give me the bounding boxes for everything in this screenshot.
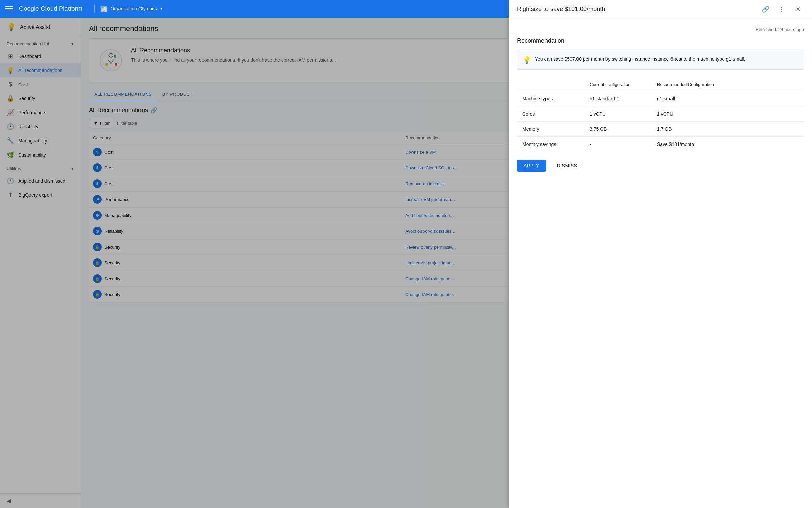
detail-header-actions: 🔗 ⋮ ✕ [759, 3, 804, 15]
refreshed-label: Refreshed: 24 hours ago [517, 27, 804, 32]
menu-icon[interactable] [5, 5, 13, 13]
detail-more-button[interactable]: ⋮ [776, 3, 788, 15]
col-current-config: Current configuration [584, 78, 652, 91]
config-recommended: Save $101/month [652, 137, 804, 152]
col-empty [517, 78, 584, 91]
config-row: Cores 1 vCPU 1 vCPU [517, 106, 804, 122]
detail-section-title: Recommendation [517, 37, 804, 44]
config-recommended: 1 vCPU [652, 106, 804, 122]
info-bulb-icon: 💡 [523, 56, 531, 64]
config-current: - [584, 137, 652, 152]
config-label: Cores [517, 106, 584, 122]
detail-panel: Rightsize to save $101.00/month 🔗 ⋮ ✕ Re… [509, 0, 812, 508]
detail-close-button[interactable]: ✕ [792, 3, 804, 15]
close-icon: ✕ [795, 6, 801, 13]
action-buttons: APPLY DISMISS [517, 160, 804, 172]
config-recommended: g1-small [652, 91, 804, 106]
config-label: Machine types [517, 91, 584, 106]
config-table: Current configuration Recommended Config… [517, 78, 804, 152]
org-selector[interactable]: 🏢 Organization Olympus ▾ [100, 5, 162, 12]
config-current: n1-standard-1 [584, 91, 652, 106]
config-label: Memory [517, 122, 584, 137]
detail-link-button[interactable]: 🔗 [759, 3, 772, 15]
config-label: Monthly savings [517, 137, 584, 152]
link-icon: 🔗 [762, 6, 769, 13]
config-row: Monthly savings - Save $101/month [517, 137, 804, 152]
dismiss-button[interactable]: DISMISS [550, 160, 584, 172]
detail-body: Refreshed: 24 hours ago Recommendation 💡… [509, 19, 812, 508]
info-box: 💡 You can save $507.00 per month by swit… [517, 50, 804, 70]
org-icon: 🏢 [100, 5, 107, 12]
config-row: Machine types n1-standard-1 g1-small [517, 91, 804, 106]
apply-button[interactable]: APPLY [517, 160, 546, 172]
config-row: Memory 3.75 GB 1.7 GB [517, 122, 804, 137]
chevron-down-icon: ▾ [160, 6, 162, 11]
detail-header: Rightsize to save $101.00/month 🔗 ⋮ ✕ [509, 0, 812, 19]
org-name: Organization Olympus [110, 6, 157, 11]
more-icon: ⋮ [779, 6, 785, 13]
detail-title: Rightsize to save $101.00/month [517, 6, 605, 13]
app-title: Google Cloud Platform [19, 5, 82, 12]
topbar-divider [94, 5, 95, 13]
config-current: 1 vCPU [584, 106, 652, 122]
config-current: 3.75 GB [584, 122, 652, 137]
info-box-text: You can save $507.00 per month by switch… [535, 56, 745, 63]
col-recommended-config: Recommended Configuration [652, 78, 804, 91]
config-recommended: 1.7 GB [652, 122, 804, 137]
